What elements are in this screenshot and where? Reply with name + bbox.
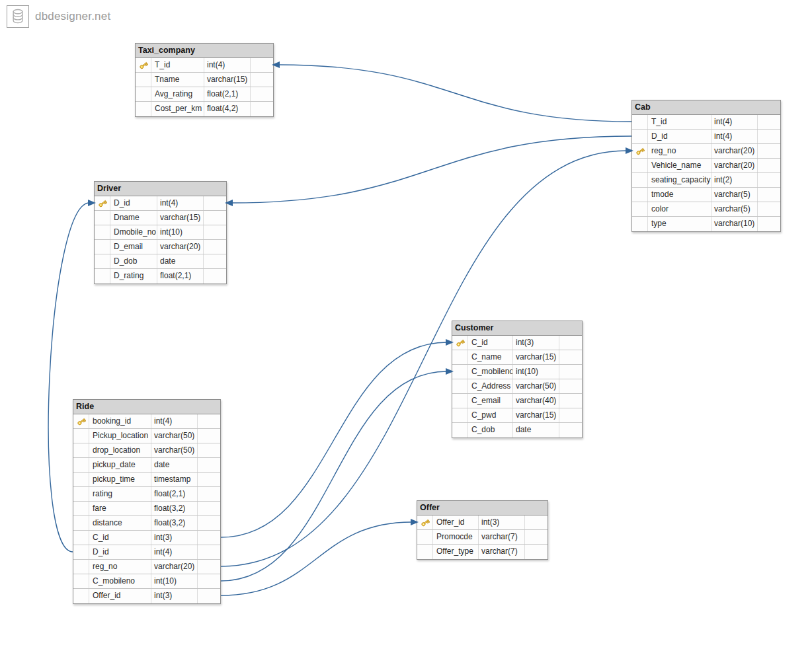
table-title[interactable]: Driver <box>95 182 226 196</box>
field-row-pickup_location[interactable]: Pickup_locationvarchar(50) <box>73 429 220 443</box>
table-title[interactable]: Cab <box>632 100 780 115</box>
table-driver[interactable]: DriverD_idint(4)Dnamevarchar(15)Dmobile_… <box>94 181 227 284</box>
field-row-d_id[interactable]: D_idint(4) <box>632 130 780 144</box>
table-taxi_company[interactable]: Taxi_companyT_idint(4)Tnamevarchar(15)Av… <box>135 43 274 117</box>
field-extra-cell <box>198 531 220 545</box>
field-extra-cell <box>559 408 582 422</box>
key-icon <box>136 58 151 72</box>
field-row-offer_id[interactable]: Offer_idint(3) <box>73 589 220 603</box>
field-name: C_mobileno <box>89 574 151 588</box>
app-logo-text: dbdesigner.net <box>35 10 110 23</box>
table-offer[interactable]: OfferOffer_idint(3)Promocdevarchar(7)Off… <box>417 500 548 560</box>
field-row-c_id[interactable]: C_idint(3) <box>452 336 582 350</box>
table-cab[interactable]: CabT_idint(4)D_idint(4)reg_novarchar(20)… <box>631 100 781 232</box>
field-name: reg_no <box>89 560 151 574</box>
field-icon-empty <box>95 225 110 239</box>
diagram-canvas[interactable]: Taxi_companyT_idint(4)Tnamevarchar(15)Av… <box>0 0 812 647</box>
field-type: varchar(20) <box>711 159 758 172</box>
field-row-tname[interactable]: Tnamevarchar(15) <box>136 73 273 87</box>
field-type: date <box>151 458 198 472</box>
key-icon <box>95 196 110 210</box>
field-type: float(3,2) <box>151 516 198 530</box>
field-icon-empty <box>73 589 89 603</box>
field-icon-empty <box>73 429 89 443</box>
table-title[interactable]: Ride <box>73 400 220 414</box>
table-ride[interactable]: Ridebooking_idint(4)Pickup_locationvarch… <box>73 399 221 604</box>
field-extra-cell <box>198 560 220 574</box>
field-row-t_id[interactable]: T_idint(4) <box>136 58 273 73</box>
field-row-c_pwd[interactable]: C_pwdvarchar(15) <box>452 408 582 423</box>
table-customer[interactable]: CustomerC_idint(3)C_namevarchar(15)C_mob… <box>452 321 583 438</box>
field-row-seating_capacity[interactable]: seating_capacityint(2) <box>632 173 780 188</box>
field-name: C_pwd <box>468 408 513 422</box>
field-type: varchar(50) <box>151 429 198 443</box>
field-row-c_mobileno[interactable]: C_mobilenoint(10) <box>73 574 220 589</box>
field-extra-cell <box>198 487 220 501</box>
field-row-c_email[interactable]: C_emailvarchar(40) <box>452 394 582 408</box>
field-icon-empty <box>452 394 468 408</box>
field-row-d_id[interactable]: D_idint(4) <box>73 545 220 560</box>
field-type: date <box>513 423 559 438</box>
field-name: D_email <box>110 240 157 254</box>
field-row-avg_rating[interactable]: Avg_ratingfloat(2,1) <box>136 87 273 102</box>
field-row-c_mobileno[interactable]: C_mobilenoint(10) <box>452 365 582 379</box>
field-icon-empty <box>452 365 468 379</box>
field-row-d_email[interactable]: D_emailvarchar(20) <box>95 240 226 254</box>
field-row-c_name[interactable]: C_namevarchar(15) <box>452 350 582 365</box>
field-row-cost_per_km[interactable]: Cost_per_kmfloat(4,2) <box>136 102 273 116</box>
field-name: tmode <box>648 188 711 202</box>
field-icon-empty <box>452 408 468 422</box>
field-name: Dname <box>110 211 157 225</box>
field-icon-empty <box>73 458 89 472</box>
field-row-dname[interactable]: Dnamevarchar(15) <box>95 211 226 225</box>
field-row-d_rating[interactable]: D_ratingfloat(2,1) <box>95 269 226 284</box>
field-type: int(10) <box>157 225 204 239</box>
field-type: int(3) <box>151 531 198 545</box>
field-name: seating_capacity <box>648 173 711 187</box>
field-name: Avg_rating <box>151 87 204 101</box>
field-row-offer_type[interactable]: Offer_typevarchar(7) <box>417 545 548 559</box>
field-row-reg_no[interactable]: reg_novarchar(20) <box>73 560 220 574</box>
field-type: varchar(20) <box>157 240 204 254</box>
field-row-reg_no[interactable]: reg_novarchar(20) <box>632 144 780 159</box>
field-row-promocde[interactable]: Promocdevarchar(7) <box>417 530 548 545</box>
field-icon-empty <box>95 269 110 284</box>
field-icon-empty <box>73 560 89 574</box>
field-row-pickup_date[interactable]: pickup_datedate <box>73 458 220 473</box>
field-row-tmode[interactable]: tmodevarchar(5) <box>632 188 780 202</box>
field-row-d_dob[interactable]: D_dobdate <box>95 254 226 269</box>
field-type: int(10) <box>151 574 198 588</box>
field-icon-empty <box>136 87 151 101</box>
field-name: type <box>648 217 711 231</box>
field-icon-empty <box>95 240 110 254</box>
field-row-c_address[interactable]: C_Addressvarchar(50) <box>452 379 582 394</box>
field-type: int(10) <box>513 365 559 379</box>
field-name: C_email <box>468 394 513 408</box>
field-extra-cell <box>525 530 548 544</box>
field-extra-cell <box>198 443 220 457</box>
field-name: rating <box>89 487 151 501</box>
field-row-dmobile_no[interactable]: Dmobile_noint(10) <box>95 225 226 240</box>
field-row-color[interactable]: colorvarchar(5) <box>632 202 780 217</box>
field-row-offer_id[interactable]: Offer_idint(3) <box>417 515 548 530</box>
field-icon-empty <box>73 473 89 486</box>
field-row-d_id[interactable]: D_idint(4) <box>95 196 226 211</box>
field-row-drop_location[interactable]: drop_locationvarchar(50) <box>73 443 220 458</box>
field-row-fare[interactable]: farefloat(3,2) <box>73 502 220 516</box>
field-row-rating[interactable]: ratingfloat(2,1) <box>73 487 220 502</box>
table-title[interactable]: Offer <box>417 501 548 515</box>
field-row-booking_id[interactable]: booking_idint(4) <box>73 414 220 429</box>
field-row-c_dob[interactable]: C_dobdate <box>452 423 582 438</box>
field-type: int(3) <box>513 336 559 350</box>
field-row-pickup_time[interactable]: pickup_timetimestamp <box>73 473 220 487</box>
app-logo[interactable]: dbdesigner.net <box>7 5 110 28</box>
field-row-t_id[interactable]: T_idint(4) <box>632 115 780 130</box>
field-row-vehicle_name[interactable]: Vehicle_namevarchar(20) <box>632 159 780 173</box>
field-name: pickup_time <box>89 473 151 486</box>
field-row-c_id[interactable]: C_idint(3) <box>73 531 220 545</box>
field-type: float(2,1) <box>157 269 204 284</box>
table-title[interactable]: Customer <box>452 321 582 336</box>
field-row-distance[interactable]: distancefloat(3,2) <box>73 516 220 531</box>
field-row-type[interactable]: typevarchar(10) <box>632 217 780 231</box>
table-title[interactable]: Taxi_company <box>136 44 273 58</box>
